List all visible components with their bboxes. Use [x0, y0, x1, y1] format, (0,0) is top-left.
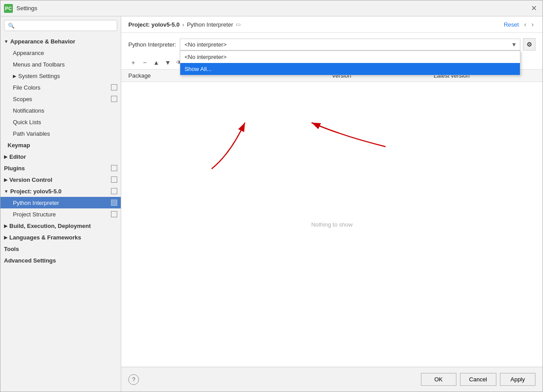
chevron-right-icon: ▶: [13, 74, 16, 78]
sidebar-item-tools[interactable]: Tools: [0, 243, 121, 255]
sidebar-item-scopes[interactable]: Scopes: [0, 93, 121, 105]
sidebar: 🔍 ▼ Appearance & Behavior Appearance Men…: [0, 16, 121, 392]
sidebar-item-appearance-behavior[interactable]: ▼ Appearance & Behavior: [0, 35, 121, 47]
interpreter-label: Python Interpreter:: [128, 41, 176, 48]
dropdown-option-no-interpreter[interactable]: <No interpreter>: [180, 51, 520, 63]
nav-arrows: ‹ ›: [523, 20, 535, 29]
main-panel: Project: yolov5-5.0 › Python Interpreter…: [121, 16, 543, 392]
breadcrumb-project: Project: yolov5-5.0: [128, 21, 180, 28]
table-body: Nothing to show: [121, 82, 543, 367]
breadcrumb-current: Python Interpreter: [187, 21, 233, 28]
reset-button[interactable]: Reset: [504, 21, 519, 28]
sidebar-item-appearance[interactable]: Appearance: [0, 47, 121, 59]
chevron-right-icon: ▶: [4, 154, 8, 159]
chevron-down-icon: ▼: [4, 39, 8, 44]
sidebar-item-project-yolov5[interactable]: ▼ Project: yolov5-5.0: [0, 185, 121, 197]
external-icon: [111, 84, 117, 90]
down-button[interactable]: ▼: [163, 58, 173, 67]
breadcrumb-bar: Project: yolov5-5.0 › Python Interpreter…: [121, 16, 543, 33]
external-icon: [111, 176, 117, 183]
sidebar-item-languages-frameworks[interactable]: ▶ Languages & Frameworks: [0, 231, 121, 243]
chevron-right-icon: ▶: [4, 177, 8, 182]
sidebar-item-notifications[interactable]: Notifications: [0, 105, 121, 116]
sidebar-item-version-control[interactable]: ▶ Version Control: [0, 174, 121, 185]
apply-button[interactable]: Apply: [500, 373, 535, 386]
sidebar-item-project-structure[interactable]: Project Structure: [0, 208, 121, 220]
search-box[interactable]: 🔍: [4, 20, 117, 31]
interpreter-content-area: Python Interpreter: <No interpreter> ▼ <…: [121, 33, 543, 367]
sidebar-item-system-settings[interactable]: ▶ System Settings: [0, 70, 121, 82]
forward-arrow[interactable]: ›: [530, 20, 535, 29]
external-icon: [111, 188, 117, 194]
sidebar-item-python-interpreter[interactable]: Python Interpreter: [0, 197, 121, 208]
window-title: Settings: [16, 5, 528, 12]
sidebar-item-plugins[interactable]: Plugins: [0, 162, 121, 174]
search-icon: 🔍: [8, 23, 15, 29]
cancel-button[interactable]: Cancel: [460, 373, 496, 386]
chevron-down-icon: ▼: [4, 189, 8, 194]
settings-window: PC Settings ✕ 🔍 ▼ Appearance & Behavior …: [0, 0, 543, 392]
add-button[interactable]: +: [128, 58, 138, 67]
external-icon: [111, 165, 117, 171]
chevron-right-icon: ▶: [4, 223, 8, 228]
sidebar-item-path-variables[interactable]: Path Variables: [0, 128, 121, 139]
sidebar-item-editor[interactable]: ▶ Editor: [0, 151, 121, 162]
sidebar-item-menus-toolbars[interactable]: Menus and Toolbars: [0, 59, 121, 70]
sidebar-item-keymap[interactable]: Keymap: [0, 139, 121, 151]
app-icon: PC: [4, 4, 13, 13]
close-button[interactable]: ✕: [528, 3, 539, 14]
interpreter-dropdown-popup: <No interpreter> Show All...: [180, 51, 520, 75]
ok-button[interactable]: OK: [421, 373, 456, 386]
back-arrow[interactable]: ‹: [523, 20, 528, 29]
external-icon: [111, 96, 117, 102]
main-content: 🔍 ▼ Appearance & Behavior Appearance Men…: [0, 16, 543, 392]
external-icon: [111, 200, 117, 206]
bottom-bar: ? OK Cancel Apply: [121, 367, 543, 392]
external-icon: [111, 211, 117, 217]
chevron-right-icon: ▶: [4, 235, 8, 240]
sidebar-item-quick-lists[interactable]: Quick Lists: [0, 116, 121, 128]
sidebar-section: ▼ Appearance & Behavior Appearance Menus…: [0, 35, 121, 267]
interpreter-select[interactable]: <No interpreter>: [180, 39, 520, 51]
remove-button[interactable]: −: [140, 58, 150, 67]
sidebar-item-build-execution[interactable]: ▶ Build, Execution, Deployment: [0, 220, 121, 231]
interpreter-row: Python Interpreter: <No interpreter> ▼ <…: [121, 33, 543, 56]
sidebar-item-advanced-settings[interactable]: Advanced Settings: [0, 255, 121, 266]
help-button[interactable]: ?: [128, 374, 139, 385]
title-bar: PC Settings ✕: [0, 0, 543, 16]
breadcrumb-separator: ›: [182, 21, 184, 28]
gear-button[interactable]: ⚙: [523, 38, 535, 51]
dropdown-option-show-all[interactable]: Show All...: [180, 63, 520, 75]
empty-message: Nothing to show: [311, 221, 353, 228]
sidebar-item-file-colors[interactable]: File Colors: [0, 82, 121, 93]
edit-icon: ▭: [236, 21, 241, 27]
up-button[interactable]: ▲: [151, 58, 161, 67]
interpreter-dropdown-container: <No interpreter> ▼ <No interpreter> Show…: [180, 39, 520, 51]
search-input[interactable]: [16, 22, 113, 29]
